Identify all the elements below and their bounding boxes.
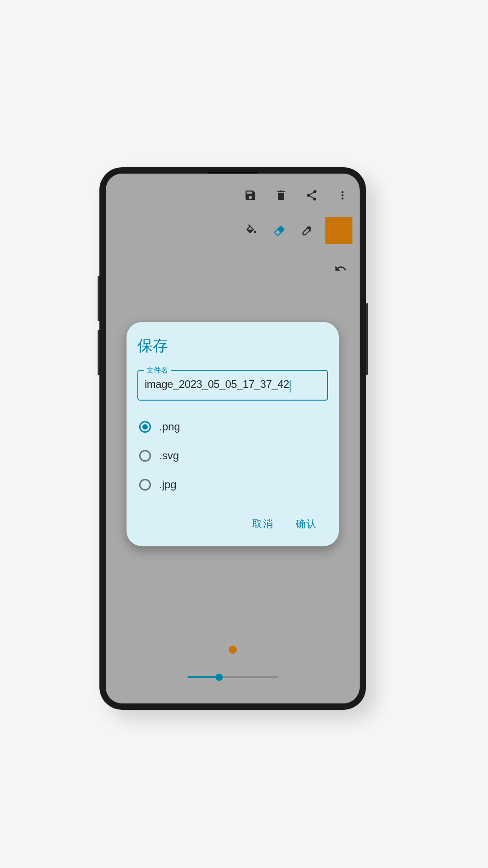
- brush-preview-dot: [229, 646, 237, 654]
- format-option-png[interactable]: .png: [137, 412, 328, 441]
- dialog-title: 保存: [137, 335, 328, 356]
- save-icon: [244, 189, 257, 202]
- paint-bucket-icon: [245, 224, 258, 237]
- radio-label: .jpg: [159, 478, 177, 491]
- volume-up-button: [98, 276, 99, 321]
- radio-label: .png: [159, 420, 180, 433]
- eraser-button[interactable]: [269, 221, 289, 241]
- color-swatch[interactable]: [325, 217, 352, 244]
- volume-down-button: [98, 330, 99, 375]
- filename-input[interactable]: image_2023_05_05_17_37_42: [145, 378, 289, 390]
- undo-icon: [334, 262, 347, 275]
- dialog-actions: 取消 确认: [137, 517, 328, 535]
- brush-size-slider[interactable]: [188, 676, 278, 678]
- app-screen: 保存 文件名 image_2023_05_05_17_37_42 .png .s…: [106, 174, 360, 703]
- slider-thumb[interactable]: [216, 674, 223, 681]
- filename-field[interactable]: 文件名 image_2023_05_05_17_37_42: [137, 370, 328, 401]
- share-button[interactable]: [302, 185, 322, 205]
- eyedropper-button[interactable]: [297, 221, 317, 241]
- radio-icon: [139, 450, 151, 462]
- save-button[interactable]: [240, 185, 260, 205]
- tool-bar: [241, 217, 352, 244]
- format-option-svg[interactable]: .svg: [137, 441, 328, 470]
- format-option-jpg[interactable]: .jpg: [137, 470, 328, 499]
- action-bar: [240, 185, 352, 205]
- radio-label: .svg: [159, 449, 179, 462]
- format-radio-group: .png .svg .jpg: [137, 412, 328, 499]
- more-vert-icon: [336, 189, 349, 202]
- cancel-button[interactable]: 取消: [252, 517, 274, 531]
- radio-icon: [139, 421, 151, 433]
- delete-button[interactable]: [271, 185, 291, 205]
- save-dialog: 保存 文件名 image_2023_05_05_17_37_42 .png .s…: [127, 322, 339, 546]
- radio-icon: [139, 479, 151, 491]
- confirm-button[interactable]: 确认: [296, 517, 317, 531]
- eyedropper-icon: [301, 224, 314, 237]
- more-button[interactable]: [333, 185, 352, 205]
- share-icon: [305, 189, 318, 202]
- undo-button[interactable]: [331, 259, 351, 278]
- slider-fill: [188, 676, 219, 678]
- eraser-icon: [273, 224, 286, 237]
- trash-icon: [275, 189, 287, 202]
- phone-frame: 保存 文件名 image_2023_05_05_17_37_42 .png .s…: [99, 167, 366, 710]
- paint-bucket-button[interactable]: [241, 221, 261, 241]
- filename-legend: 文件名: [144, 366, 171, 375]
- text-cursor: [290, 380, 291, 392]
- power-button: [366, 303, 368, 375]
